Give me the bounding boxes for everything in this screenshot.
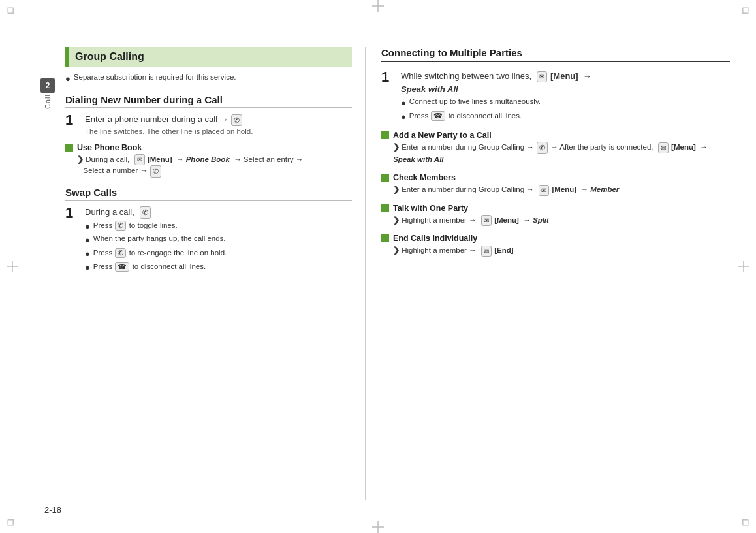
group-calling-note: ● Separate subscription is required for … (65, 73, 352, 85)
menu-label-check: [Menu] (552, 186, 576, 193)
talk-one-heading: Talk with One Party (393, 204, 468, 213)
call-icon-add: ✆ (537, 142, 548, 154)
content-wrapper: Group Calling ● Separate subscription is… (65, 47, 730, 500)
swap-bullet4-text: Press ☎ to disconnect all lines. (93, 262, 206, 272)
corner-mark-tl (7, 7, 21, 21)
green-square-icon (65, 144, 73, 152)
corner-mark-bl (7, 512, 21, 526)
menu-label: [Menu] (148, 155, 172, 163)
split-label: Split (533, 216, 549, 224)
bullet-dot1: ● (85, 221, 90, 233)
green-square-end (381, 234, 389, 242)
step1-main: Enter a phone number during a call → ✆ (85, 113, 352, 126)
check-members-section: Check Members ❯ Enter a number during Gr… (381, 173, 730, 195)
dialing-step1: 1 Enter a phone number during a call → ✆… (65, 113, 352, 135)
right-bullet2: ● Press ☎ to disconnect all lines. (401, 111, 730, 123)
speak-with-all-label: Speak with All (401, 84, 458, 94)
use-phone-book-heading-row: Use Phone Book (65, 143, 352, 152)
swap-calls-heading: Swap Calls (65, 187, 352, 201)
menu-icon-right: ✉ (537, 71, 547, 82)
svg-rect-2 (8, 8, 13, 13)
svg-rect-5 (743, 8, 748, 13)
right-bullet-dot1: ● (401, 97, 406, 109)
side-mark-left (7, 261, 18, 272)
talk-one-party-section: Talk with One Party ❯ Highlight a member… (381, 204, 730, 226)
side-mark-right (738, 261, 749, 272)
step1-number: 1 (65, 113, 78, 135)
green-square-add (381, 131, 389, 139)
gt-talk: ❯ (393, 216, 400, 224)
svg-rect-11 (743, 520, 748, 525)
green-square-check (381, 174, 389, 182)
swap-step1-number: 1 (65, 206, 78, 274)
note-text: Separate subscription is required for th… (74, 73, 236, 81)
member-label: Member (590, 186, 619, 193)
swap-bullet1: ● Press ✆ to toggle lines. (85, 221, 352, 233)
add-party-section: Add a New Party to a Call ❯ Enter a numb… (381, 131, 730, 165)
page-number: 2-18 (44, 505, 61, 515)
use-phone-book-section: Use Phone Book ❯ During a call, ✉ [Menu]… (65, 143, 352, 178)
swap-step1-main: During a call, ✆ (85, 206, 352, 219)
bullet-dot: ● (65, 73, 71, 85)
add-party-heading-row: Add a New Party to a Call (381, 131, 730, 140)
group-calling-heading: Group Calling (65, 47, 352, 67)
reengage-icon: ✆ (115, 248, 126, 258)
swap-bullet2: ● When the party hangs up, the call ends… (85, 234, 352, 246)
left-column: Group Calling ● Separate subscription is… (65, 47, 366, 500)
use-phone-book-heading: Use Phone Book (77, 143, 142, 152)
green-square-talk (381, 204, 389, 212)
right-step1-number: 1 (381, 70, 394, 123)
right-column: Connecting to Multiple Parties 1 While s… (366, 47, 730, 500)
right-bullet1: ● Connect up to five lines simultaneousl… (401, 97, 730, 109)
swap-bullet3: ● Press ✆ to re-engage the line on hold. (85, 248, 352, 260)
check-members-heading: Check Members (393, 173, 456, 182)
menu-icon-add: ✉ (658, 142, 669, 153)
end-calls-heading: End Calls Individually (393, 234, 477, 243)
swap-bullet2-text: When the party hangs up, the call ends. (93, 234, 226, 242)
right-step1-content: While switching between two lines, ✉ [Me… (401, 70, 730, 123)
crosshair-bottom (372, 521, 384, 533)
call-send-icon3: ✆ (140, 206, 151, 219)
gt-arrow: ❯ (77, 155, 84, 163)
right-bullet-dot2: ● (401, 111, 406, 123)
speak-all-label2: Speak with All (393, 155, 444, 163)
gt-end: ❯ (393, 246, 400, 254)
use-phone-book-body: ❯ During a call, ✉ [Menu] → Phone Book →… (77, 154, 352, 178)
corner-mark-tr (735, 7, 749, 21)
call-send-icon2: ✆ (150, 165, 161, 178)
end-calls-body: ❯ Highlight a member → ✉ [End] (393, 245, 730, 256)
add-party-body: ❯ Enter a number during Group Calling → … (393, 142, 730, 165)
end-calls-section: End Calls Individually ❯ Highlight a mem… (381, 234, 730, 256)
right-step1: 1 While switching between two lines, ✉ [… (381, 70, 730, 123)
end-label: [End] (494, 246, 513, 254)
corner-mark-br (735, 512, 749, 526)
menu-icon-talk: ✉ (481, 215, 492, 226)
svg-rect-8 (8, 520, 13, 525)
crosshair-top (372, 0, 384, 12)
disconnect-icon: ☎ (115, 262, 129, 272)
bullet-dot4: ● (85, 262, 90, 274)
phone-book-label: Phone Book (186, 155, 230, 163)
swap-bullet1-text: Press ✆ to toggle lines. (93, 221, 178, 231)
menu-icon: ✉ (134, 154, 145, 165)
swap-step1: 1 During a call, ✆ ● Press ✆ to toggle l… (65, 206, 352, 274)
add-party-heading: Add a New Party to a Call (393, 131, 492, 140)
swap-bullet3-text: Press ✆ to re-engage the line on hold. (93, 248, 227, 258)
menu-label-right: [Menu] (550, 71, 578, 81)
gt-add: ❯ (393, 144, 400, 152)
step1-content: Enter a phone number during a call → ✆ T… (85, 113, 352, 135)
toggle-icon: ✆ (115, 221, 126, 231)
check-members-body: ❯ Enter a number during Group Calling → … (393, 184, 730, 195)
right-main-heading: Connecting to Multiple Parties (381, 47, 730, 62)
end-calls-heading-row: End Calls Individually (381, 234, 730, 243)
right-bullet2-text: Press ☎ to disconnect all lines. (409, 111, 522, 121)
disconnect-icon-right: ☎ (431, 111, 445, 121)
right-bullet1-text: Connect up to five lines simultaneously. (409, 97, 541, 105)
swap-step1-content: During a call, ✆ ● Press ✆ to toggle lin… (85, 206, 352, 274)
gt-check: ❯ (393, 186, 400, 193)
tab-number: 2 (40, 78, 55, 93)
right-step1-main: While switching between two lines, ✉ [Me… (401, 70, 730, 95)
talk-one-body: ❯ Highlight a member → ✉ [Menu] → Split (393, 215, 730, 226)
check-members-heading-row: Check Members (381, 173, 730, 182)
talk-one-heading-row: Talk with One Party (381, 204, 730, 213)
